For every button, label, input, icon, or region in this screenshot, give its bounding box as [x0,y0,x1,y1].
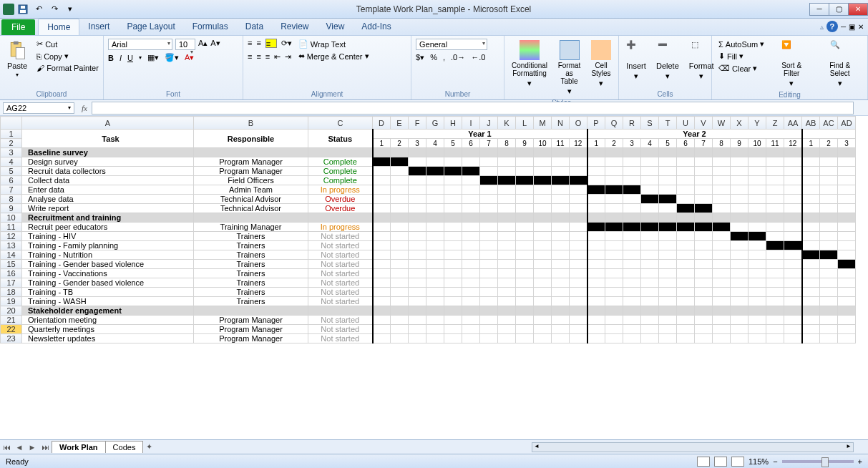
gantt-cell[interactable] [838,204,856,213]
gantt-cell[interactable] [391,167,409,176]
gantt-cell[interactable] [552,185,570,195]
gantt-cell[interactable] [426,316,444,325]
gantt-cell[interactable] [516,278,534,288]
gantt-cell[interactable] [426,325,444,334]
gantt-cell[interactable] [498,176,516,185]
gantt-cell[interactable] [498,288,516,297]
gantt-cell[interactable] [623,167,641,176]
gantt-cell[interactable] [409,316,426,325]
gantt-cell[interactable] [534,250,552,260]
gantt-cell[interactable] [677,269,695,278]
gantt-cell[interactable] [802,325,820,334]
gantt-cell[interactable] [820,334,838,343]
gantt-cell[interactable] [426,185,444,195]
gantt-cell[interactable] [426,195,444,204]
gantt-cell[interactable] [426,223,444,232]
gantt-cell[interactable] [659,157,677,167]
gantt-cell[interactable] [391,250,409,260]
gantt-cell[interactable] [820,297,838,306]
gantt-cell[interactable] [784,223,802,232]
gantt-cell[interactable] [498,325,516,334]
status-cell[interactable]: Overdue [308,204,373,213]
gantt-cell[interactable] [731,204,748,213]
task-cell[interactable]: Training - HIV [22,232,194,241]
status-cell[interactable]: Complete [308,157,373,167]
normal-view-icon[interactable] [697,457,710,467]
col-header[interactable]: AD [838,117,856,130]
col-header[interactable]: O [570,117,587,130]
page-layout-view-icon[interactable] [714,457,727,467]
gantt-cell[interactable] [605,157,623,167]
gantt-cell[interactable] [641,204,659,213]
gantt-cell[interactable] [444,185,462,195]
gantt-cell[interactable] [713,297,731,306]
align-top-icon[interactable]: ≡ [248,39,252,48]
gantt-cell[interactable] [838,195,856,204]
gantt-cell[interactable] [838,232,856,241]
percent-icon[interactable]: % [430,53,437,62]
gantt-cell[interactable] [713,176,731,185]
gantt-cell[interactable] [409,223,426,232]
gantt-cell[interactable] [587,232,605,241]
formula-input[interactable] [92,102,854,114]
gantt-cell[interactable] [409,185,426,195]
format-painter-button[interactable]: 🖌Format Painter [34,63,101,73]
gantt-cell[interactable] [552,316,570,325]
row-header[interactable]: 11 [1,223,22,232]
gantt-cell[interactable] [409,250,426,260]
gantt-cell[interactable] [838,167,856,176]
gantt-cell[interactable] [784,334,802,343]
paste-button[interactable]: Paste▾ [4,39,30,89]
gantt-cell[interactable] [748,250,766,260]
gantt-cell[interactable] [605,297,623,306]
gantt-cell[interactable] [838,223,856,232]
gantt-cell[interactable] [623,232,641,241]
gantt-cell[interactable] [462,250,480,260]
insert-cells-button[interactable]: ➕Insert▾ [623,39,649,89]
shrink-font-icon[interactable]: A▾ [210,39,220,50]
row-header[interactable]: 18 [1,288,22,297]
grow-font-icon[interactable]: A▴ [198,39,208,50]
section-cell[interactable]: Stakeholder engagement [22,306,194,316]
row-header[interactable]: 9 [1,204,22,213]
gantt-cell[interactable] [731,250,748,260]
task-cell[interactable]: Recruit data collectors [22,167,194,176]
gantt-cell[interactable] [552,297,570,306]
gantt-cell[interactable] [623,297,641,306]
gantt-cell[interactable] [498,250,516,260]
gantt-cell[interactable] [552,223,570,232]
gantt-cell[interactable] [659,185,677,195]
gantt-cell[interactable] [623,316,641,325]
task-cell[interactable]: Recruit peer educators [22,223,194,232]
redo-icon[interactable]: ↷ [47,2,62,16]
gantt-cell[interactable] [820,325,838,334]
gantt-cell[interactable] [605,269,623,278]
gantt-cell[interactable] [802,223,820,232]
gantt-cell[interactable] [748,325,766,334]
gantt-cell[interactable] [784,157,802,167]
gantt-cell[interactable] [587,297,605,306]
gantt-cell[interactable] [444,204,462,213]
responsible-cell[interactable]: Trainers [194,250,308,260]
gantt-cell[interactable] [552,325,570,334]
gantt-cell[interactable] [480,250,498,260]
responsible-cell[interactable]: Trainers [194,232,308,241]
gantt-cell[interactable] [731,288,748,297]
gantt-cell[interactable] [784,297,802,306]
gantt-cell[interactable] [498,278,516,288]
gantt-cell[interactable] [641,297,659,306]
col-header[interactable]: Y [748,117,766,130]
gantt-cell[interactable] [552,334,570,343]
gantt-cell[interactable] [713,204,731,213]
comma-icon[interactable]: , [443,53,445,62]
gantt-cell[interactable] [784,316,802,325]
new-sheet-icon[interactable]: ✦ [142,442,155,452]
gantt-cell[interactable] [516,232,534,241]
gantt-cell[interactable] [731,297,748,306]
gantt-cell[interactable] [766,195,784,204]
gantt-cell[interactable] [534,334,552,343]
gantt-cell[interactable] [838,157,856,167]
gantt-cell[interactable] [409,195,426,204]
gantt-cell[interactable] [713,185,731,195]
gantt-cell[interactable] [695,157,713,167]
